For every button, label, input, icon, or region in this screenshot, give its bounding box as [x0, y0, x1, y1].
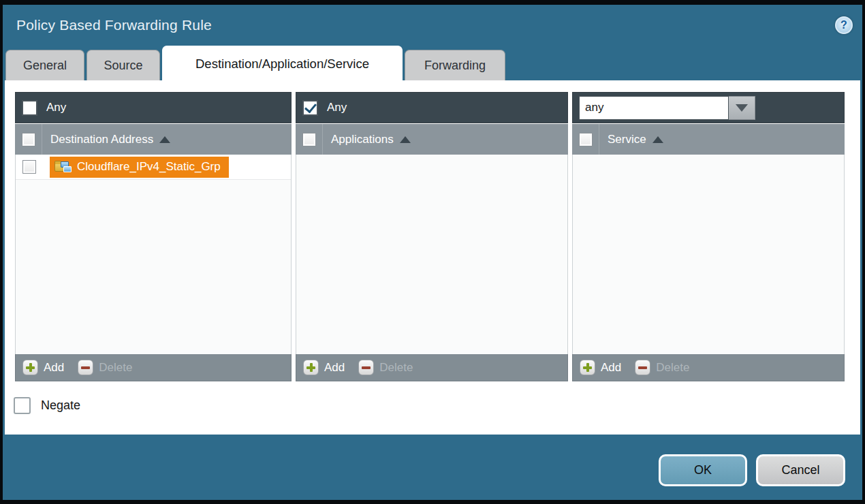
destination-delete-button[interactable]: Delete — [78, 360, 132, 375]
negate-checkbox[interactable] — [14, 397, 31, 414]
applications-any-bar: Any — [296, 92, 568, 123]
service-dropdown-button[interactable] — [729, 96, 755, 120]
tab-general[interactable]: General — [5, 50, 84, 81]
three-column-layout: Any Destination Address Cloudflare — [5, 80, 860, 381]
destination-item-name: Cloudflare_IPv4_Static_Grp — [77, 160, 221, 174]
destination-column-header[interactable]: Destination Address — [50, 133, 153, 146]
ok-button[interactable]: OK — [659, 454, 747, 486]
sort-ascending-icon — [159, 136, 170, 143]
chevron-down-icon — [736, 104, 748, 112]
applications-add-button[interactable]: Add — [303, 360, 345, 375]
destination-list-item: Cloudflare_IPv4_Static_Grp — [16, 155, 291, 180]
policy-based-forwarding-dialog: Policy Based Forwarding Rule ? General S… — [3, 5, 862, 500]
applications-select-all-checkbox[interactable] — [302, 133, 316, 146]
destination-header-row: Destination Address — [15, 123, 292, 155]
minus-icon — [635, 360, 650, 375]
dialog-footer: OK Cancel — [659, 454, 845, 486]
sort-ascending-icon — [400, 136, 411, 143]
service-column-header[interactable]: Service — [608, 133, 646, 146]
applications-header-row: Applications — [296, 123, 568, 155]
destination-item-checkbox[interactable] — [22, 160, 36, 174]
tab-content-panel: Any Destination Address Cloudflare — [5, 80, 860, 435]
applications-any-label: Any — [327, 101, 347, 114]
plus-icon — [580, 360, 595, 375]
service-list — [572, 155, 845, 354]
destination-list: Cloudflare_IPv4_Static_Grp — [15, 155, 292, 354]
tab-forwarding[interactable]: Forwarding — [405, 50, 505, 81]
destination-any-checkbox[interactable] — [22, 100, 37, 116]
title-bar: Policy Based Forwarding Rule ? — [3, 5, 862, 46]
negate-row: Negate — [14, 397, 860, 414]
dialog-title: Policy Based Forwarding Rule — [16, 17, 212, 33]
destination-any-label: Any — [46, 101, 66, 114]
destination-any-bar: Any — [15, 92, 292, 123]
cancel-button[interactable]: Cancel — [756, 454, 845, 486]
service-dropdown-bar — [572, 92, 845, 123]
applications-any-checkbox[interactable] — [302, 100, 318, 116]
tab-destination-application-service[interactable]: Destination/Application/Service — [162, 46, 403, 81]
service-toolbar: Add Delete — [572, 354, 845, 381]
applications-column: Any Applications Add Delete — [296, 92, 568, 381]
negate-label: Negate — [41, 398, 80, 413]
service-dropdown-input[interactable] — [579, 96, 729, 120]
minus-icon — [78, 360, 93, 375]
service-select-all-checkbox[interactable] — [579, 133, 593, 146]
destination-item-selected[interactable]: Cloudflare_IPv4_Static_Grp — [50, 157, 229, 178]
destination-address-column: Any Destination Address Cloudflare — [15, 92, 292, 381]
applications-list — [296, 155, 568, 354]
plus-icon — [303, 360, 319, 375]
plus-icon — [22, 360, 38, 375]
address-group-icon — [54, 161, 72, 174]
applications-toolbar: Add Delete — [296, 354, 568, 381]
service-add-button[interactable]: Add — [580, 360, 621, 375]
service-dropdown — [579, 96, 755, 120]
service-column: Service Add Delete — [572, 92, 845, 381]
destination-select-all-checkbox[interactable] — [22, 133, 35, 146]
destination-toolbar: Add Delete — [15, 354, 292, 381]
service-delete-button[interactable]: Delete — [635, 360, 689, 375]
destination-add-button[interactable]: Add — [22, 360, 64, 375]
service-header-row: Service — [572, 123, 845, 155]
minus-icon — [358, 360, 374, 375]
tab-source[interactable]: Source — [86, 50, 160, 81]
applications-column-header[interactable]: Applications — [331, 133, 394, 146]
tab-strip: General Source Destination/Application/S… — [3, 46, 862, 81]
help-icon[interactable]: ? — [835, 16, 853, 34]
applications-delete-button[interactable]: Delete — [358, 360, 413, 375]
sort-ascending-icon — [652, 136, 663, 143]
